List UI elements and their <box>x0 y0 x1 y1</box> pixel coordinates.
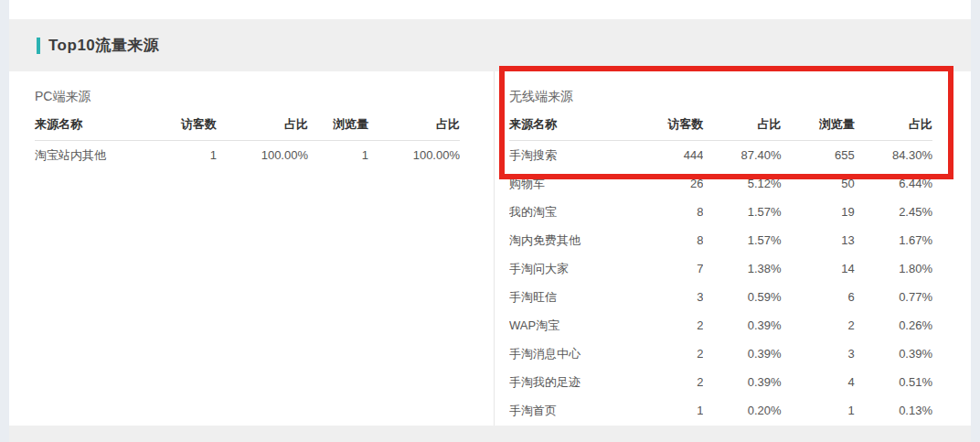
source-name-cell: 手淘搜索 <box>509 141 619 170</box>
source-name-cell: 淘宝站内其他 <box>35 141 144 170</box>
metric-value-cell: 2 <box>619 368 703 396</box>
page-title: Top10流量来源 <box>48 35 159 56</box>
metric-value-cell: 0.39% <box>703 340 781 368</box>
metric-value-cell: 6.44% <box>855 169 932 198</box>
metric-value-cell: 1.80% <box>855 254 932 283</box>
metric-value-cell: 1.38% <box>703 254 781 283</box>
metric-value-cell: 1.57% <box>703 226 781 254</box>
metric-value-cell: 13 <box>782 226 855 254</box>
table-row: 手淘首页10.20%10.13% <box>509 396 932 425</box>
pc-sources-section: PC端来源 来源名称访客数占比浏览量占比 淘宝站内其他1100.00%1100.… <box>9 71 495 426</box>
source-name-cell: 手淘问大家 <box>509 254 619 283</box>
table-row: 淘宝站内其他1100.00%1100.00% <box>35 141 460 170</box>
pc-sources-table: 来源名称访客数占比浏览量占比 淘宝站内其他1100.00%1100.00% <box>35 105 460 169</box>
column-header-source-name: 来源名称 <box>509 105 619 141</box>
metric-value-cell: 100.00% <box>217 141 308 170</box>
metric-value-cell: 1 <box>144 141 217 170</box>
pc-table-body: 淘宝站内其他1100.00%1100.00% <box>35 141 460 170</box>
source-name-cell: WAP淘宝 <box>509 311 619 340</box>
metric-value-cell: 4 <box>782 368 855 396</box>
teal-accent-bar-icon <box>37 38 40 54</box>
metric-value-cell: 100.00% <box>368 141 460 170</box>
metric-value-cell: 655 <box>782 141 855 170</box>
table-row: 手淘消息中心20.39%30.39% <box>509 340 932 368</box>
table-row: 我的淘宝81.57%192.45% <box>509 198 932 226</box>
table-row: WAP淘宝20.39%20.26% <box>509 311 932 340</box>
metric-value-cell: 1 <box>308 141 368 170</box>
metric-value-cell: 14 <box>782 254 855 283</box>
table-row: 手淘问大家71.38%141.80% <box>509 254 932 283</box>
source-name-cell: 手淘旺信 <box>509 283 619 311</box>
traffic-sources-panel: PC端来源 来源名称访客数占比浏览量占比 淘宝站内其他1100.00%1100.… <box>9 71 971 426</box>
metric-value-cell: 1 <box>619 396 703 425</box>
metric-value-cell: 1 <box>782 396 855 425</box>
source-name-cell: 购物车 <box>509 169 619 198</box>
metric-value-cell: 5.12% <box>703 169 781 198</box>
metric-value-cell: 0.26% <box>855 311 932 340</box>
bottom-gray-band <box>9 426 971 442</box>
metric-value-cell: 84.30% <box>855 141 932 170</box>
metric-value-cell: 2.45% <box>855 198 932 226</box>
wireless-sources-table: 来源名称访客数占比浏览量占比 手淘搜索44487.40%65584.30%购物车… <box>509 105 932 425</box>
metric-value-cell: 87.40% <box>703 141 781 170</box>
column-header-metric: 占比 <box>703 105 781 141</box>
wireless-sources-section: 无线端来源 来源名称访客数占比浏览量占比 手淘搜索44487.40%65584.… <box>495 71 971 426</box>
metric-value-cell: 0.51% <box>855 368 932 396</box>
metric-value-cell: 7 <box>619 254 703 283</box>
metric-value-cell: 0.77% <box>855 283 932 311</box>
table-row: 购物车265.12%506.44% <box>509 169 932 198</box>
table-row: 手淘旺信30.59%60.77% <box>509 283 932 311</box>
metric-value-cell: 8 <box>619 226 703 254</box>
metric-value-cell: 0.13% <box>855 396 932 425</box>
wireless-table-header-row: 来源名称访客数占比浏览量占比 <box>509 105 932 141</box>
table-row: 手淘我的足迹20.39%40.51% <box>509 368 932 396</box>
metric-value-cell: 2 <box>619 311 703 340</box>
source-name-cell: 手淘我的足迹 <box>509 368 619 396</box>
table-row: 手淘搜索44487.40%65584.30% <box>509 141 932 170</box>
metric-value-cell: 8 <box>619 198 703 226</box>
source-name-cell: 手淘消息中心 <box>509 340 619 368</box>
wireless-table-body: 手淘搜索44487.40%65584.30%购物车265.12%506.44%我… <box>509 141 932 426</box>
metric-value-cell: 0.39% <box>855 340 932 368</box>
source-name-cell: 我的淘宝 <box>509 198 619 226</box>
metric-value-cell: 0.39% <box>703 368 781 396</box>
metric-value-cell: 50 <box>782 169 855 198</box>
pc-table-header-row: 来源名称访客数占比浏览量占比 <box>35 105 460 141</box>
column-header-source-name: 来源名称 <box>35 105 144 141</box>
metric-value-cell: 444 <box>619 141 703 170</box>
metric-value-cell: 1.67% <box>855 226 932 254</box>
metric-value-cell: 0.39% <box>703 311 781 340</box>
metric-value-cell: 0.20% <box>703 396 781 425</box>
pc-sources-label: PC端来源 <box>35 87 459 105</box>
column-header-metric: 占比 <box>855 105 932 141</box>
column-header-metric: 占比 <box>368 105 460 141</box>
column-header-metric: 占比 <box>217 105 308 141</box>
metric-value-cell: 2 <box>782 311 855 340</box>
metric-value-cell: 0.59% <box>703 283 781 311</box>
metric-value-cell: 3 <box>619 283 703 311</box>
metric-value-cell: 3 <box>782 340 855 368</box>
source-name-cell: 淘内免费其他 <box>509 226 619 254</box>
table-row: 淘内免费其他81.57%131.67% <box>509 226 932 254</box>
column-header-metric: 访客数 <box>619 105 703 141</box>
section-title: Top10流量来源 <box>37 35 159 56</box>
column-header-metric: 浏览量 <box>308 105 368 141</box>
column-header-metric: 访客数 <box>144 105 217 141</box>
wireless-sources-label: 无线端来源 <box>509 87 932 105</box>
metric-value-cell: 2 <box>619 340 703 368</box>
metric-value-cell: 6 <box>782 283 855 311</box>
source-name-cell: 手淘首页 <box>509 396 619 425</box>
top-white-strip <box>9 0 971 19</box>
section-title-band: Top10流量来源 <box>9 19 971 71</box>
metric-value-cell: 26 <box>619 169 703 198</box>
metric-value-cell: 19 <box>782 198 855 226</box>
metric-value-cell: 1.57% <box>703 198 781 226</box>
column-header-metric: 浏览量 <box>782 105 855 141</box>
